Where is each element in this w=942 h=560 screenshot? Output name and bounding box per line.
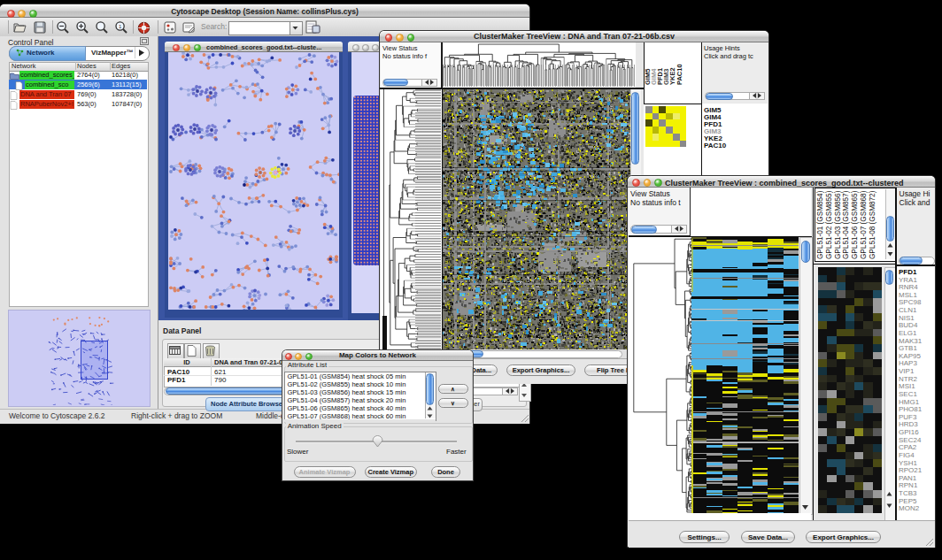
svg-text:GPL51-01 (GSM854): GPL51-01 (GSM854): [816, 190, 824, 259]
svg-text:GPL51-08 (GSM872): GPL51-08 (GSM872): [869, 190, 876, 259]
svg-text:GPL51-03 (GSM856): GPL51-03 (GSM856): [834, 190, 842, 259]
svg-text:PAC10: PAC10: [676, 64, 683, 85]
svg-text:GPL51-06 (GSM865): GPL51-06 (GSM865): [851, 190, 859, 259]
svg-text:GPL51-02 (GSM855): GPL51-02 (GSM855): [825, 190, 833, 259]
svg-text:GPL51-04 (GSM857): GPL51-04 (GSM857): [842, 190, 850, 259]
svg-text:GPL51-07 (GSM868): GPL51-07 (GSM868): [860, 190, 868, 259]
